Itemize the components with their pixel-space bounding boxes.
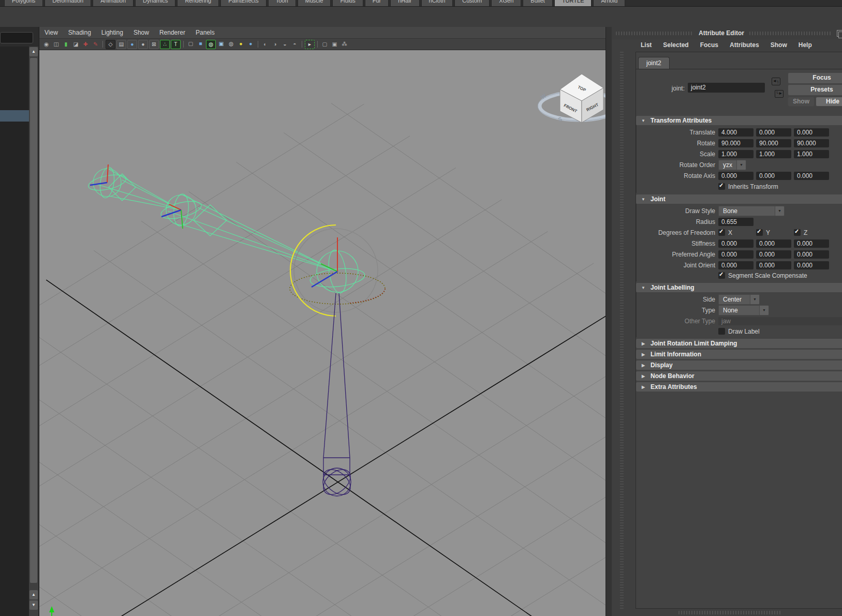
- attribute-editor-menu[interactable]: List: [635, 41, 657, 49]
- chevron-down-icon[interactable]: ▼: [775, 206, 785, 216]
- value-field-x[interactable]: 0.000: [718, 261, 754, 269]
- scroll-up-icon[interactable]: ▲: [29, 47, 38, 56]
- drag-handle[interactable]: [620, 52, 624, 609]
- side-dropdown[interactable]: Center ▼: [718, 294, 760, 305]
- value-field-z[interactable]: 90.000: [794, 139, 829, 147]
- sidebar-list-panel[interactable]: [0, 47, 29, 616]
- xray-cube-icon[interactable]: ▣: [217, 40, 226, 48]
- chevron-down-icon[interactable]: ▼: [736, 160, 746, 170]
- checker-sphere-icon[interactable]: ◍: [227, 40, 235, 48]
- drag-handle[interactable]: [616, 32, 693, 35]
- attribute-editor-menu[interactable]: Focus: [695, 41, 724, 49]
- attribute-editor-menu[interactable]: Attributes: [724, 41, 765, 49]
- pin-tab-icon[interactable]: ◄┐: [772, 78, 780, 85]
- show-button[interactable]: Show: [788, 97, 815, 107]
- film-gate-icon[interactable]: ▤: [116, 40, 126, 49]
- shelf-tab[interactable]: XGen: [491, 0, 521, 6]
- sidebar-scrollbar[interactable]: ▲ ▲ ▼: [29, 47, 38, 616]
- shelf-tab[interactable]: Dynamics: [135, 0, 175, 6]
- chevron-down-icon[interactable]: ▼: [750, 294, 760, 305]
- value-field-z[interactable]: 0.000: [794, 172, 829, 180]
- image-plane-icon[interactable]: ◪: [71, 40, 80, 49]
- dof-checkbox[interactable]: [756, 229, 763, 236]
- motion-blur-icon[interactable]: ◒: [280, 40, 289, 49]
- detach-panel-icon[interactable]: [837, 30, 842, 37]
- section-header-joint[interactable]: ▼ Joint: [636, 194, 842, 204]
- drag-handle[interactable]: [749, 32, 832, 35]
- zoom-region-icon[interactable]: ✚: [81, 40, 90, 49]
- segment-scale-checkbox[interactable]: [718, 272, 725, 279]
- collapsed-section-header[interactable]: ▶ Node Behavior: [636, 371, 842, 381]
- scene-svg[interactable]: S E W TOP FRONT RIGHT: [39, 50, 606, 616]
- value-field-y[interactable]: 0.000: [756, 239, 791, 248]
- sidebar-field[interactable]: [0, 32, 33, 43]
- value-field-z[interactable]: 0.000: [794, 261, 829, 269]
- presets-button[interactable]: Presets: [788, 84, 842, 96]
- drag-handle[interactable]: [678, 611, 782, 614]
- hide-button[interactable]: Hide: [816, 97, 842, 107]
- scroll-down-icon[interactable]: ▼: [29, 600, 38, 610]
- all-lights-icon[interactable]: ●: [246, 40, 255, 48]
- copy-tab-icon[interactable]: └►: [775, 90, 784, 98]
- viewport-menu[interactable]: Shading: [63, 27, 96, 38]
- draw-style-dropdown[interactable]: Bone ▼: [718, 206, 785, 216]
- value-field-z[interactable]: 0.000: [794, 128, 829, 137]
- dof-checkbox[interactable]: [718, 229, 725, 236]
- scrollbar-thumb[interactable]: [30, 58, 37, 583]
- type-dropdown[interactable]: None ▼: [718, 305, 769, 315]
- shelf-tab[interactable]: nCloth: [421, 0, 453, 6]
- depth-of-field-icon[interactable]: ◓: [290, 40, 299, 49]
- viewport-menu[interactable]: Show: [128, 27, 154, 38]
- pane-cube-icon[interactable]: ▢: [320, 40, 329, 49]
- draw-label-checkbox[interactable]: [718, 328, 725, 335]
- attribute-editor-menu[interactable]: Help: [793, 41, 818, 49]
- default-light-icon[interactable]: ●: [237, 40, 245, 48]
- shelf-tab[interactable]: Polygons: [4, 0, 43, 6]
- viewport-menu[interactable]: Panels: [190, 27, 220, 38]
- bookmark-icon[interactable]: ▮: [62, 40, 70, 49]
- rotate-order-dropdown[interactable]: yzx ▼: [718, 160, 746, 170]
- camera-settings-icon[interactable]: ◫: [52, 40, 61, 49]
- grease-pencil-icon[interactable]: ✎: [91, 40, 100, 49]
- collapsed-section-header[interactable]: ▶ Display: [636, 360, 842, 370]
- scroll-up-icon[interactable]: ▲: [29, 590, 38, 599]
- value-field-x[interactable]: 0.000: [718, 250, 754, 259]
- default-material-icon[interactable]: ∴: [160, 40, 170, 49]
- z-axis-handle[interactable]: [161, 210, 181, 217]
- shelf-tab[interactable]: Custom: [454, 0, 490, 6]
- wireframe-mode-icon[interactable]: ◇: [106, 40, 115, 49]
- focus-button[interactable]: Focus: [788, 72, 842, 84]
- shelf-tab[interactable]: Animation: [93, 0, 134, 6]
- shelf-tab[interactable]: Deformation: [45, 0, 91, 6]
- viewport-menu[interactable]: View: [39, 27, 63, 38]
- textured-cube-icon[interactable]: ◍: [206, 40, 216, 49]
- radius-field[interactable]: 0.655: [718, 218, 754, 226]
- sidebar-selected-row[interactable]: [0, 110, 29, 122]
- value-field-z[interactable]: 0.000: [794, 239, 829, 248]
- smooth-shade-icon[interactable]: ●: [127, 40, 137, 49]
- value-field-x[interactable]: 1.000: [718, 150, 754, 158]
- value-field-x[interactable]: 0.000: [718, 239, 754, 248]
- root-bone[interactable]: [319, 293, 355, 500]
- flat-shade-icon[interactable]: ●: [138, 40, 148, 49]
- pane-layout-icon[interactable]: ▣: [330, 40, 339, 49]
- bounding-box-icon[interactable]: ⊠: [149, 40, 159, 49]
- value-field-z[interactable]: 1.000: [794, 150, 829, 158]
- value-field-z[interactable]: 0.000: [794, 250, 829, 259]
- section-header-joint-labelling[interactable]: ▼ Joint Labelling: [636, 283, 842, 292]
- shelf-tab[interactable]: TURTLE: [554, 0, 592, 6]
- attribute-editor-menu[interactable]: Selected: [657, 41, 694, 49]
- shelf-tab[interactable]: Bullet: [523, 0, 553, 6]
- shelf-tab[interactable]: PaintEffects: [220, 0, 267, 6]
- camera-icon[interactable]: ◉: [42, 40, 51, 49]
- value-field-y[interactable]: 0.000: [756, 172, 791, 180]
- dof-checkbox[interactable]: [794, 229, 801, 236]
- share-view-icon[interactable]: ⁂: [340, 40, 349, 49]
- value-field-y[interactable]: 90.000: [756, 139, 791, 147]
- value-field-x[interactable]: 90.000: [718, 139, 754, 147]
- shelf-tab[interactable]: Toon: [268, 0, 296, 6]
- collapsed-section-header[interactable]: ▶ Limit Information: [636, 350, 842, 359]
- section-header-transform[interactable]: ▼ Transform Attributes: [636, 116, 842, 125]
- inherits-transform-checkbox[interactable]: [718, 183, 725, 190]
- viewport-menu[interactable]: Lighting: [96, 27, 128, 38]
